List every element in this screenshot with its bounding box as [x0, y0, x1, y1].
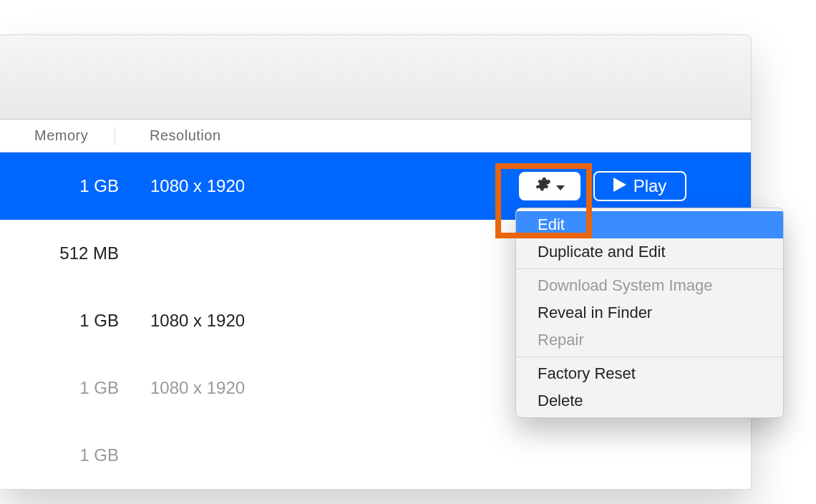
- menu-item-factory-reset[interactable]: Factory Reset: [516, 360, 783, 387]
- row-actions: Play: [519, 171, 751, 201]
- play-button-label: Play: [633, 176, 667, 196]
- play-icon: [613, 176, 626, 196]
- gear-icon: [534, 175, 551, 197]
- cell-memory: 1 GB: [0, 378, 150, 398]
- context-menu: Edit Duplicate and Edit Download System …: [515, 208, 784, 418]
- menu-item-edit[interactable]: Edit: [516, 211, 783, 238]
- header-memory[interactable]: Memory: [0, 127, 115, 144]
- cell-memory: 1 GB: [0, 445, 150, 465]
- menu-item-delete[interactable]: Delete: [516, 387, 783, 415]
- menu-item-download-system-image: Download System Image: [516, 272, 783, 299]
- cell-memory: 1 GB: [0, 311, 150, 331]
- settings-dropdown-button[interactable]: [519, 172, 581, 200]
- play-button[interactable]: Play: [593, 171, 686, 201]
- cell-resolution: 1080 x 1920: [150, 176, 245, 196]
- cell-resolution: 1080 x 1920: [150, 311, 245, 331]
- table-headers: Memory Resolution: [0, 120, 751, 152]
- menu-item-repair: Repair: [516, 326, 783, 354]
- menu-item-duplicate-edit[interactable]: Duplicate and Edit: [516, 238, 783, 266]
- table-row[interactable]: 1 GB: [0, 422, 751, 489]
- header-resolution[interactable]: Resolution: [115, 127, 258, 144]
- chevron-down-icon: [555, 176, 565, 196]
- cell-memory: 512 MB: [0, 243, 150, 263]
- cell-resolution: 1080 x 1920: [150, 378, 245, 398]
- titlebar: [0, 35, 751, 120]
- cell-memory: 1 GB: [0, 176, 150, 196]
- menu-item-reveal-in-finder[interactable]: Reveal in Finder: [516, 299, 783, 326]
